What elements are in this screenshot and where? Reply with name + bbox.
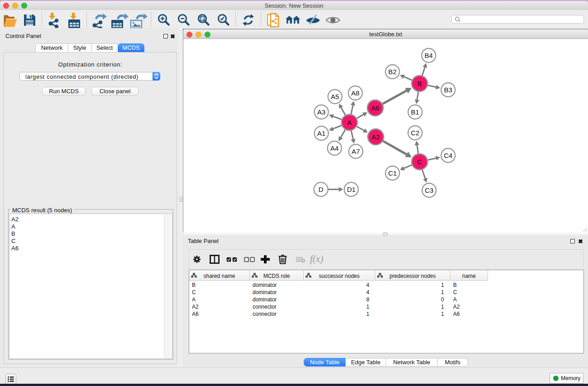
svg-text:B4: B4 (425, 52, 433, 59)
svg-text:C1: C1 (388, 169, 397, 177)
svg-text:B: B (417, 80, 422, 87)
svg-text:A: A (347, 119, 352, 126)
svg-text:C3: C3 (425, 186, 433, 194)
svg-text:C4: C4 (444, 152, 452, 159)
svg-text:A7: A7 (352, 148, 360, 155)
svg-text:A8: A8 (351, 89, 359, 97)
svg-text:C: C (417, 158, 422, 166)
svg-text:A6: A6 (371, 104, 379, 112)
svg-text:B2: B2 (388, 68, 397, 76)
svg-text:D: D (319, 186, 324, 193)
svg-text:A1: A1 (317, 129, 325, 137)
svg-text:A3: A3 (317, 108, 325, 116)
svg-text:B3: B3 (444, 86, 452, 94)
svg-text:A2: A2 (372, 133, 380, 141)
svg-text:D1: D1 (347, 186, 355, 193)
svg-text:A4: A4 (330, 144, 339, 152)
svg-text:C2: C2 (411, 129, 419, 137)
svg-text:A5: A5 (331, 93, 339, 100)
svg-text:B1: B1 (411, 108, 419, 116)
